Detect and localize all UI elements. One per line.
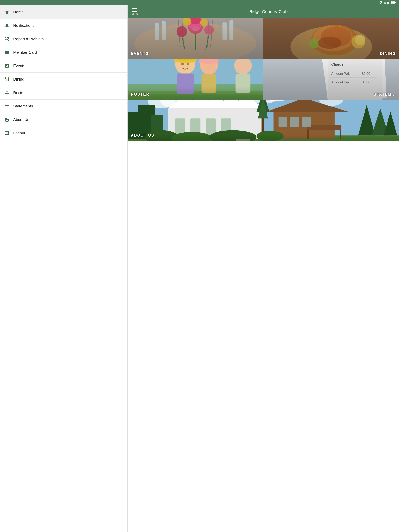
document-icon <box>4 116 10 123</box>
sidebar-label-about: About Us <box>13 117 29 122</box>
battery-icon <box>391 1 396 4</box>
sidebar-item-roster[interactable]: Roster <box>0 86 127 100</box>
sidebar-label-home: Home <box>13 10 24 14</box>
svg-rect-41 <box>264 18 399 59</box>
sidebar-item-statements[interactable]: Statements <box>0 100 127 113</box>
about-bg: ABOUT US <box>128 100 399 141</box>
grid-container: EVENTS <box>128 18 399 532</box>
menu-button[interactable]: MENU <box>131 8 138 15</box>
grid-cell-events[interactable]: EVENTS <box>128 18 263 59</box>
battery-label: 100% <box>384 1 390 4</box>
about-label: ABOUT US <box>131 133 154 138</box>
svg-text:30: 30 <box>6 66 8 67</box>
statements-bg: Charge Amount Paid $0.00 Amount Paid $0.… <box>264 59 399 100</box>
events-bg: EVENTS <box>128 18 263 59</box>
sidebar-label-statements: Statements <box>13 104 33 108</box>
list-icon <box>4 103 10 109</box>
wrench-icon <box>4 36 10 42</box>
sidebar-item-notifications[interactable]: Notifications <box>0 19 127 32</box>
main-content: MENU Ridge Country Club <box>128 6 399 532</box>
grid-cell-statements[interactable]: Charge Amount Paid $0.00 Amount Paid $0.… <box>264 59 399 100</box>
dining-label: DINING <box>380 51 396 56</box>
home-icon <box>4 9 10 15</box>
grid-cell-dining[interactable]: DINING <box>264 18 399 59</box>
roster-label: ROSTER <box>131 92 149 97</box>
grid-row-3: ABOUT US <box>128 100 399 141</box>
sidebar-label-logout: Logout <box>13 131 25 135</box>
sidebar-label-report: Report a Problem <box>13 37 44 41</box>
status-icons: 100% <box>379 1 396 5</box>
svg-rect-2 <box>395 2 396 3</box>
svg-rect-1 <box>391 1 395 3</box>
sidebar-item-logout[interactable]: Logout <box>0 126 127 140</box>
grid-cell-roster[interactable]: ROSTER <box>128 59 263 100</box>
svg-rect-5 <box>5 53 6 53</box>
events-label: EVENTS <box>131 51 149 56</box>
header-title: Ridge Country Club <box>142 9 395 14</box>
calendar-icon: 30 <box>4 63 10 69</box>
menu-bar-2 <box>131 10 137 10</box>
svg-rect-113 <box>128 100 399 141</box>
dining-bg: DINING <box>264 18 399 59</box>
sidebar-item-report[interactable]: Report a Problem <box>0 32 127 46</box>
grid-cell-about[interactable]: ABOUT US <box>128 100 399 141</box>
menu-label: MENU <box>131 13 138 15</box>
sidebar-item-events[interactable]: 30 Events <box>0 59 127 73</box>
sidebar-item-dining[interactable]: Dining <box>0 73 127 86</box>
sidebar-label-events: Events <box>13 64 25 68</box>
menu-bar-1 <box>131 8 137 9</box>
person-icon <box>4 89 10 96</box>
roster-bg: ROSTER <box>128 59 263 100</box>
menu-bar-3 <box>131 11 137 12</box>
sidebar-item-home[interactable]: Home <box>0 6 127 19</box>
logout-icon <box>4 130 10 136</box>
card-icon <box>4 49 10 56</box>
sidebar-item-member-card[interactable]: Member Card <box>0 46 127 59</box>
wifi-icon <box>379 1 382 5</box>
header: MENU Ridge Country Club <box>128 6 399 18</box>
statements-label: STATEM... <box>374 92 396 97</box>
svg-rect-4 <box>5 52 9 52</box>
grid-row-2: ROSTER Charge <box>128 59 399 100</box>
sidebar-label-dining: Dining <box>13 77 24 82</box>
grid-row-1: EVENTS <box>128 18 399 59</box>
bell-icon <box>4 22 10 29</box>
fork-icon <box>4 76 10 82</box>
status-bar: 100% <box>0 0 399 6</box>
app-container: Home Notifications Report a Problem <box>0 6 399 532</box>
sidebar: Home Notifications Report a Problem <box>0 6 128 532</box>
sidebar-label-member-card: Member Card <box>13 50 37 55</box>
sidebar-item-about[interactable]: About Us <box>0 113 127 126</box>
sidebar-label-notifications: Notifications <box>13 23 34 28</box>
sidebar-label-roster: Roster <box>13 90 25 95</box>
